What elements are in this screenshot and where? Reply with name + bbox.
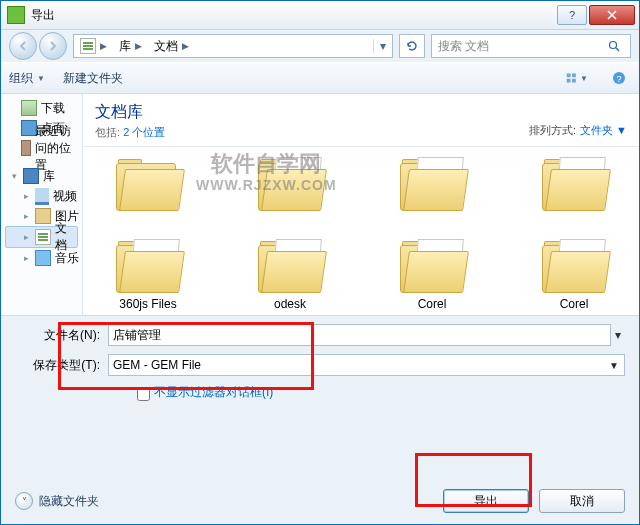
sidebar-item-downloads[interactable]: 下载 [1,98,82,118]
title-bar: 导出 ? [1,1,639,30]
dialog-body: 下载 桌面 最近访问的位置 ▾ 库 ▸ 视频 ▸ [1,94,639,316]
folder-item[interactable] [519,155,629,231]
breadcrumb-seg-lib[interactable]: 库 ▶ [113,35,148,57]
sidebar-item-music[interactable]: ▸ 音乐 [1,248,82,268]
divider [83,146,639,147]
folder-icon [254,155,326,211]
annotation-rect [58,322,314,390]
organize-label: 组织 [9,70,33,87]
folder-item[interactable] [377,155,487,231]
svg-text:?: ? [616,74,621,84]
expand-icon[interactable]: ▸ [21,211,31,221]
search-icon [608,40,620,52]
organize-menu[interactable]: 组织 ▼ [9,70,45,87]
expand-icon[interactable]: ▸ [21,191,31,201]
arrow-left-icon [17,40,29,52]
folder-item[interactable]: odesk [235,237,345,313]
view-mode-button[interactable]: ▼ [565,67,589,89]
hidden-folders-toggle[interactable]: ˅ 隐藏文件夹 [15,492,99,510]
downloads-icon [21,100,37,116]
svg-rect-4 [572,79,576,83]
back-button[interactable] [9,32,37,60]
nav-bar: ▶ 库 ▶ 文档 ▶ ▾ 搜索 文档 [1,30,639,62]
expand-icon[interactable]: ▸ [22,232,31,242]
chevron-up-icon: ˅ [15,492,33,510]
window-controls: ? [555,5,635,25]
hidden-folders-label: 隐藏文件夹 [39,493,99,510]
document-icon [35,229,50,245]
library-locations-link[interactable]: 2 个位置 [123,126,165,138]
search-input[interactable]: 搜索 文档 [431,34,631,58]
expand-icon[interactable]: ▸ [21,253,31,263]
view-icon [566,71,578,85]
document-icon [80,38,96,54]
help-toolbar-button[interactable]: ? [607,67,631,89]
folder-icon [112,155,184,211]
forward-button[interactable] [39,32,67,60]
folder-icon [254,237,326,293]
folder-label: odesk [274,297,306,313]
library-subtitle: 包括: 2 个位置 [95,125,529,140]
sidebar-item-label: 最近访问的位置 [35,123,82,174]
folder-icon [112,237,184,293]
folder-item[interactable]: 360js Files [93,237,203,313]
folder-label: Corel [560,297,589,313]
sidebar-item-label: 视频 [53,188,77,205]
libraries-icon [23,168,39,184]
sidebar-item-label: 库 [43,168,55,185]
svg-rect-3 [567,79,571,83]
breadcrumb[interactable]: ▶ 库 ▶ 文档 ▶ ▾ [73,34,393,58]
toolbar: 组织 ▼ 新建文件夹 ▼ ? [1,62,639,94]
filename-dropdown[interactable]: ▾ [611,328,625,342]
folder-label: 360js Files [119,297,176,313]
expand-icon[interactable]: ▾ [9,171,19,181]
sort-by: 排列方式: 文件夹 ▼ [529,102,627,140]
sidebar-item-recent[interactable]: 最近访问的位置 [1,138,82,158]
close-icon [606,10,618,20]
help-icon: ? [612,71,626,85]
folder-icon [538,237,610,293]
sort-label: 排列方式: [529,123,576,138]
sidebar-item-label: 下载 [41,100,65,117]
file-grid[interactable]: 360js Files odesk Corel Corel [83,149,639,315]
folder-item[interactable]: Corel [377,237,487,313]
recent-icon [21,140,31,156]
folder-icon [538,155,610,211]
export-dialog: 导出 ? ▶ 库 ▶ 文档 [0,0,640,525]
folder-item[interactable] [235,155,345,231]
search-placeholder: 搜索 文档 [438,38,608,55]
breadcrumb-dropdown[interactable]: ▾ [373,39,392,53]
sidebar-item-videos[interactable]: ▸ 视频 [1,186,82,206]
refresh-icon [405,39,419,53]
sidebar-item-documents[interactable]: ▸ 文档 [5,226,78,248]
refresh-button[interactable] [399,34,425,58]
arrow-right-icon [47,40,59,52]
svg-point-0 [610,42,617,49]
breadcrumb-label: 库 [119,38,131,55]
sort-value-link[interactable]: 文件夹 ▼ [580,123,627,138]
svg-rect-1 [567,73,571,77]
folder-item[interactable]: Corel [519,237,629,313]
annotation-rect [415,453,532,507]
new-folder-button[interactable]: 新建文件夹 [63,70,123,87]
main-pane: 文档库 包括: 2 个位置 排列方式: 文件夹 ▼ [83,94,639,315]
close-button[interactable] [589,5,635,25]
chevron-down-icon: ▼ [606,357,622,373]
breadcrumb-label: 文档 [154,38,178,55]
help-button[interactable]: ? [557,5,587,25]
new-folder-label: 新建文件夹 [63,70,123,87]
svg-rect-2 [572,73,576,77]
folder-icon [396,237,468,293]
music-icon [35,250,51,266]
folder-label: Corel [418,297,447,313]
cancel-button[interactable]: 取消 [539,489,625,513]
folder-item[interactable] [93,155,203,231]
breadcrumb-root[interactable]: ▶ [74,35,113,57]
pictures-icon [35,208,51,224]
window-title: 导出 [31,7,555,24]
footer: ˅ 隐藏文件夹 导出 取消 [1,478,639,524]
videos-icon [35,188,49,205]
breadcrumb-seg-docs[interactable]: 文档 ▶ [148,35,195,57]
app-icon [7,6,25,24]
library-title: 文档库 [95,102,529,123]
